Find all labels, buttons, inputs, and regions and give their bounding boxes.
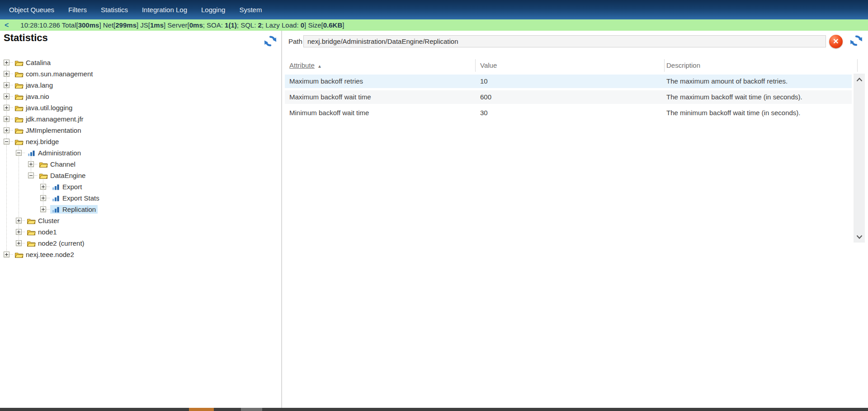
expand-toggle[interactable] [4, 127, 9, 133]
tree-connector [9, 107, 14, 108]
statistics-console-window: Object QueuesFiltersStatisticsIntegratio… [0, 0, 868, 411]
tree-item-java-lang[interactable]: java.lang [14, 81, 55, 89]
cell-value: 600 [480, 90, 491, 104]
tree-item-catalina[interactable]: Catalina [14, 58, 52, 67]
collapse-toggle[interactable] [4, 139, 9, 145]
expand-toggle[interactable] [40, 195, 46, 201]
tree-item-dataengine[interactable]: DataEngine [38, 171, 87, 180]
tree-row: java.nio [0, 91, 280, 102]
folder-icon [14, 93, 24, 100]
expand-toggle[interactable] [4, 71, 9, 77]
menu-item-statistics[interactable]: Statistics [98, 4, 131, 15]
tree-connector [34, 175, 38, 176]
table-row[interactable]: Minimum backoff wait time30The minimum b… [285, 106, 852, 120]
tree-item-export-stats[interactable]: Export Stats [50, 194, 101, 202]
expand-toggle[interactable] [16, 229, 22, 235]
status-metric-value: 1ms [150, 21, 164, 29]
expand-toggle[interactable] [40, 184, 46, 190]
tree-item-cluster[interactable]: Cluster [26, 216, 61, 225]
status-metric-label: ; Lazy Load: [262, 21, 301, 29]
tree-item-administration[interactable]: Administration [26, 149, 83, 157]
cell-attribute: Maximum backoff retries [289, 75, 363, 88]
column-header-description[interactable]: Description [666, 59, 700, 72]
cell-description: The maximum backoff wait time (in second… [666, 90, 802, 104]
tree-row: node2 (current) [0, 238, 280, 249]
table-row[interactable]: Maximum backoff retries10The maximum amo… [285, 75, 852, 88]
vertical-scrollbar[interactable] [854, 74, 865, 243]
scroll-up-button[interactable] [854, 75, 865, 84]
menu-item-system[interactable]: System [236, 4, 264, 15]
close-button[interactable]: ✕ [829, 35, 843, 48]
expand-toggle[interactable] [40, 206, 46, 212]
tree-item-node1[interactable]: node1 [26, 228, 59, 236]
collapse-toggle[interactable] [28, 173, 34, 178]
expand-toggle[interactable] [28, 161, 34, 167]
column-separator [857, 59, 858, 72]
tree-connector [22, 220, 26, 221]
menu-item-object-queues[interactable]: Object Queues [6, 4, 57, 15]
tree-item-replication[interactable]: Replication [50, 205, 98, 214]
tree-item-label: java.util.logging [26, 104, 72, 112]
tree-item-nexj-teee-node2[interactable]: nexj.teee.node2 [14, 250, 76, 259]
bar-chart-icon [51, 183, 60, 191]
back-arrow[interactable]: < [5, 21, 9, 29]
bar-chart-icon [51, 206, 60, 213]
tree-item-label: java.nio [26, 93, 49, 100]
status-metric-value: 2 [258, 21, 261, 29]
refresh-icon [264, 34, 277, 48]
status-metric-label: ] Net[ [99, 21, 115, 29]
cell-description: The maximum amount of backoff retries. [666, 75, 788, 88]
tree-item-nexj-bridge[interactable]: nexj.bridge [14, 137, 61, 146]
tree-row: Catalina [0, 57, 280, 68]
expand-toggle[interactable] [16, 218, 22, 224]
tree-item-com-sun-management[interactable]: com.sun.management [14, 70, 94, 78]
tree-item-label: Catalina [26, 59, 51, 66]
column-separator [475, 59, 476, 72]
collapse-toggle[interactable] [16, 150, 22, 156]
expand-toggle[interactable] [4, 60, 9, 65]
table-row[interactable]: Maximum backoff wait time600The maximum … [285, 90, 852, 104]
tree-item-channel[interactable]: Channel [38, 160, 77, 168]
column-header-value[interactable]: Value [480, 59, 497, 72]
panel-divider [281, 31, 282, 408]
folder-icon [14, 116, 24, 123]
cell-value: 30 [480, 106, 488, 120]
expand-toggle[interactable] [4, 82, 9, 88]
refresh-statistics-button[interactable] [264, 34, 277, 48]
tree-connector [9, 119, 14, 119]
tree-row: node1 [0, 226, 280, 238]
column-header-attribute[interactable]: Attribute▲ [289, 59, 322, 72]
chevron-up-icon [856, 78, 863, 82]
expand-toggle[interactable] [4, 116, 9, 122]
tree-item-java-nio[interactable]: java.nio [14, 92, 51, 101]
folder-icon [14, 82, 24, 89]
tree-item-java-util-logging[interactable]: java.util.logging [14, 103, 74, 112]
column-separator [664, 59, 665, 72]
tree-connector [9, 74, 14, 74]
tree-row: Export Stats [0, 192, 280, 204]
tree-item-jdk-management-jfr[interactable]: jdk.management.jfr [14, 115, 85, 123]
tree-row: java.lang [0, 79, 280, 91]
tree-item-jmimplementation[interactable]: JMImplementation [14, 126, 83, 135]
menu-item-integration-log[interactable]: Integration Log [139, 4, 190, 15]
path-input[interactable] [303, 35, 826, 47]
expand-toggle[interactable] [16, 240, 22, 246]
tree-connector [22, 243, 26, 243]
status-metric-value: 1(1) [225, 21, 237, 29]
tree-item-export[interactable]: Export [50, 182, 84, 191]
folder-icon [14, 251, 24, 258]
chevron-down-icon [856, 235, 863, 239]
expand-toggle[interactable] [4, 105, 9, 111]
status-metric-label: 10:28:10.286 Total[ [20, 21, 78, 29]
scroll-down-button[interactable] [854, 232, 865, 242]
menu-item-logging[interactable]: Logging [198, 4, 228, 15]
expand-toggle[interactable] [4, 252, 9, 257]
request-timing-text: 10:28:10.286 Total[300ms] Net[299ms] JS[… [20, 21, 344, 29]
menu-item-filters[interactable]: Filters [66, 4, 90, 15]
sort-ascending-icon: ▲ [317, 60, 322, 73]
expand-toggle[interactable] [4, 93, 9, 99]
tree-row: Export [0, 181, 280, 192]
tree-item-label: Cluster [38, 217, 60, 224]
refresh-path-button[interactable] [849, 34, 863, 47]
tree-item-node2-current[interactable]: node2 (current) [26, 239, 86, 248]
